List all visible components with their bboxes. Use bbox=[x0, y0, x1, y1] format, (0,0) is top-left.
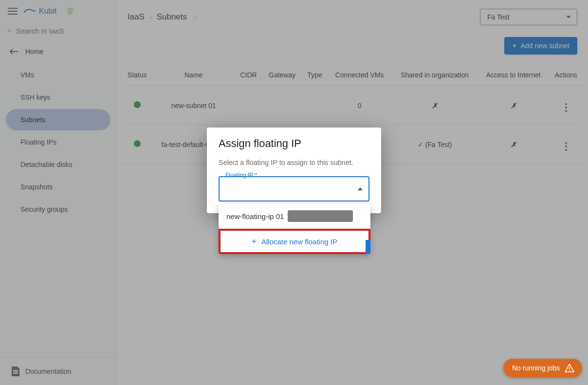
floating-ip-select[interactable] bbox=[219, 176, 369, 202]
chevron-up-icon bbox=[358, 187, 363, 190]
floating-ip-option[interactable]: new-floating-ip 01 bbox=[219, 203, 370, 229]
warning-icon bbox=[565, 364, 574, 372]
allocate-new-floating-ip-button[interactable]: + Allocate new floating IP bbox=[219, 229, 370, 254]
dialog-description: Select a floating IP to assign to this s… bbox=[219, 159, 369, 166]
dialog-title: Assign floating IP bbox=[219, 137, 369, 150]
svg-point-3 bbox=[569, 370, 570, 371]
modal-overlay[interactable]: Assign floating IP Select a floating IP … bbox=[0, 0, 588, 385]
assign-floating-ip-dialog: Assign floating IP Select a floating IP … bbox=[207, 128, 381, 213]
dialog-submit-button[interactable] bbox=[366, 240, 370, 254]
floating-ip-dropdown: new-floating-ip 01 + Allocate new floati… bbox=[219, 203, 370, 254]
redacted-ip bbox=[288, 210, 353, 222]
plus-icon: + bbox=[252, 237, 257, 246]
jobs-status-pill[interactable]: No running jobs bbox=[503, 359, 582, 377]
